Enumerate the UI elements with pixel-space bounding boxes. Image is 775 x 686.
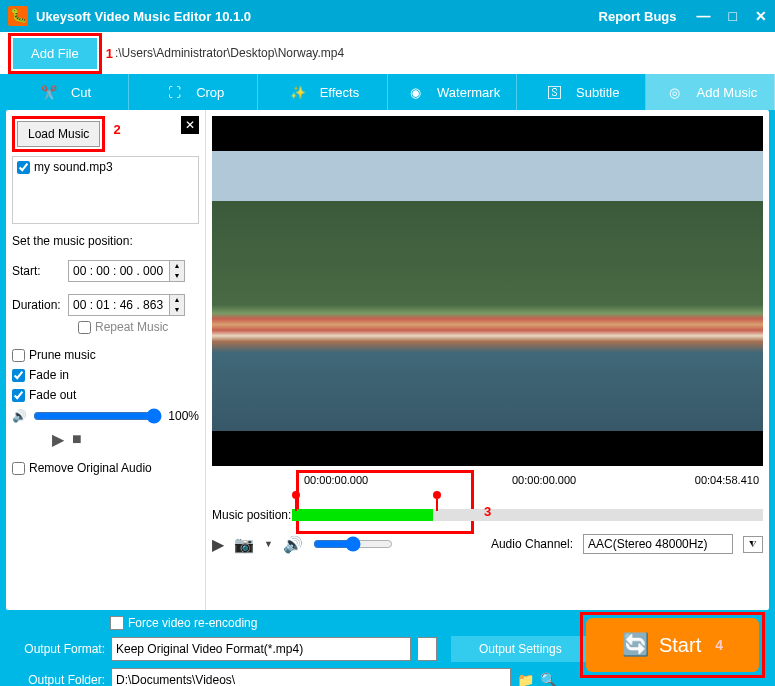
preview-volume-icon: 🔊	[283, 535, 303, 554]
annotation-3: 3	[484, 504, 491, 519]
output-format-label: Output Format:	[10, 642, 105, 656]
tab-subtitle-label: Subtitle	[576, 85, 619, 100]
tab-crop[interactable]: ⛶ Crop	[129, 74, 258, 110]
dur-down[interactable]: ▼	[169, 305, 184, 315]
snapshot-drop[interactable]: ▼	[264, 539, 273, 549]
output-settings-button[interactable]: Output Settings	[451, 636, 590, 662]
effects-icon: ✨	[286, 80, 310, 104]
main-area: Load Music 2 ✕ my sound.mp3 Set the musi…	[6, 110, 769, 610]
play-button[interactable]: ▶	[52, 430, 64, 449]
tab-cut-label: Cut	[71, 85, 91, 100]
output-folder-label: Output Folder:	[10, 673, 105, 686]
stop-button[interactable]: ■	[72, 430, 82, 449]
tab-subtitle[interactable]: 🅂 Subtitle	[517, 74, 646, 110]
fade-in-label: Fade in	[29, 368, 69, 382]
remove-music-button[interactable]: ✕	[181, 116, 199, 134]
tab-add-music[interactable]: ◎ Add Music	[646, 74, 775, 110]
repeat-music-checkbox[interactable]	[78, 321, 91, 334]
sidebar: Load Music 2 ✕ my sound.mp3 Set the musi…	[6, 110, 206, 610]
time-end: 00:04:58.410	[695, 474, 759, 486]
music-icon: ◎	[663, 80, 687, 104]
load-music-button[interactable]: Load Music	[17, 121, 100, 147]
tab-bar: ✂️ Cut ⛶ Crop ✨ Effects ◉ Watermark 🅂 Su…	[0, 74, 775, 110]
app-title: Ukeysoft Video Music Editor 10.1.0	[36, 9, 599, 24]
close-icon[interactable]: ✕	[755, 8, 767, 24]
start-time-input[interactable]	[69, 262, 169, 280]
annotation-4: 4	[715, 637, 723, 653]
preview-pane: 00:00:00.000 00:00:00.000 00:04:58.410 M…	[206, 110, 769, 610]
set-position-label: Set the music position:	[12, 234, 199, 248]
output-format-select[interactable]: Keep Original Video Format(*.mp4)	[111, 637, 411, 661]
maximize-icon[interactable]: □	[729, 8, 737, 24]
tab-effects-label: Effects	[320, 85, 360, 100]
output-folder-input[interactable]: D:\Documents\Videos\	[111, 668, 511, 686]
audio-channel-dropdown[interactable]: ⧨	[743, 536, 763, 553]
start-down[interactable]: ▼	[169, 271, 184, 281]
start-label: Start	[659, 634, 701, 657]
start-label: Start:	[12, 264, 62, 278]
tab-crop-label: Crop	[196, 85, 224, 100]
fade-out-label: Fade out	[29, 388, 76, 402]
start-up[interactable]: ▲	[169, 261, 184, 271]
music-list-item[interactable]: my sound.mp3	[13, 157, 198, 177]
tab-watermark[interactable]: ◉ Watermark	[388, 74, 517, 110]
top-toolbar: Add File 1 :\Users\Administrator\Desktop…	[0, 32, 775, 74]
tab-watermark-label: Watermark	[437, 85, 500, 100]
preview-play-button[interactable]: ▶	[212, 535, 224, 554]
remove-original-label: Remove Original Audio	[29, 461, 152, 475]
music-position-bar[interactable]	[292, 509, 763, 521]
fade-out-checkbox[interactable]	[12, 389, 25, 402]
time-current: 00:00:00.000	[512, 474, 576, 486]
output-format-dropdown[interactable]: ▴	[417, 637, 437, 661]
dur-up[interactable]: ▲	[169, 295, 184, 305]
time-start: 00:00:00.000	[304, 474, 368, 486]
start-marker[interactable]	[292, 491, 300, 499]
annotation-2: 2	[113, 122, 120, 137]
force-reencode-checkbox[interactable]	[110, 616, 124, 630]
music-position-label: Music position:	[212, 508, 292, 522]
tab-add-music-label: Add Music	[697, 85, 758, 100]
add-file-button[interactable]: Add File	[13, 38, 97, 69]
app-logo	[8, 6, 28, 26]
minimize-icon[interactable]: —	[697, 8, 711, 24]
remove-original-audio-checkbox[interactable]	[12, 462, 25, 475]
file-path: :\Users\Administrator\Desktop\Norway.mp4	[115, 46, 344, 60]
duration-label: Duration:	[12, 298, 62, 312]
snapshot-button[interactable]: 📷	[234, 535, 254, 554]
crop-icon: ⛶	[162, 80, 186, 104]
audio-channel-select[interactable]: AAC(Stereo 48000Hz)	[583, 534, 733, 554]
report-bugs-link[interactable]: Report Bugs	[599, 9, 677, 24]
tab-effects[interactable]: ✨ Effects	[258, 74, 387, 110]
timeline: 00:00:00.000 00:00:00.000 00:04:58.410 M…	[212, 474, 763, 522]
subtitle-icon: 🅂	[542, 80, 566, 104]
music-list: my sound.mp3	[12, 156, 199, 224]
annotation-1: 1	[106, 46, 113, 61]
prune-music-label: Prune music	[29, 348, 96, 362]
start-button[interactable]: 🔄 Start 4	[586, 618, 759, 672]
audio-channel-label: Audio Channel:	[491, 537, 573, 551]
titlebar: Ukeysoft Video Music Editor 10.1.0 Repor…	[0, 0, 775, 32]
end-marker[interactable]	[433, 491, 441, 499]
volume-percent: 100%	[168, 409, 199, 423]
cut-icon: ✂️	[37, 80, 61, 104]
music-item-checkbox[interactable]	[17, 161, 30, 174]
prune-music-checkbox[interactable]	[12, 349, 25, 362]
refresh-icon: 🔄	[622, 632, 649, 658]
tab-cut[interactable]: ✂️ Cut	[0, 74, 129, 110]
repeat-music-label: Repeat Music	[95, 320, 168, 334]
music-item-label: my sound.mp3	[34, 160, 113, 174]
force-reencode-label: Force video re-encoding	[128, 616, 257, 630]
open-folder-icon[interactable]: 🔍	[540, 672, 557, 686]
duration-input[interactable]	[69, 296, 169, 314]
browse-folder-icon[interactable]: 📁	[517, 672, 534, 686]
preview-volume-slider[interactable]	[313, 536, 393, 552]
volume-slider[interactable]	[33, 408, 162, 424]
volume-icon: 🔊	[12, 409, 27, 423]
video-preview[interactable]	[212, 116, 763, 466]
fade-in-checkbox[interactable]	[12, 369, 25, 382]
watermark-icon: ◉	[403, 80, 427, 104]
